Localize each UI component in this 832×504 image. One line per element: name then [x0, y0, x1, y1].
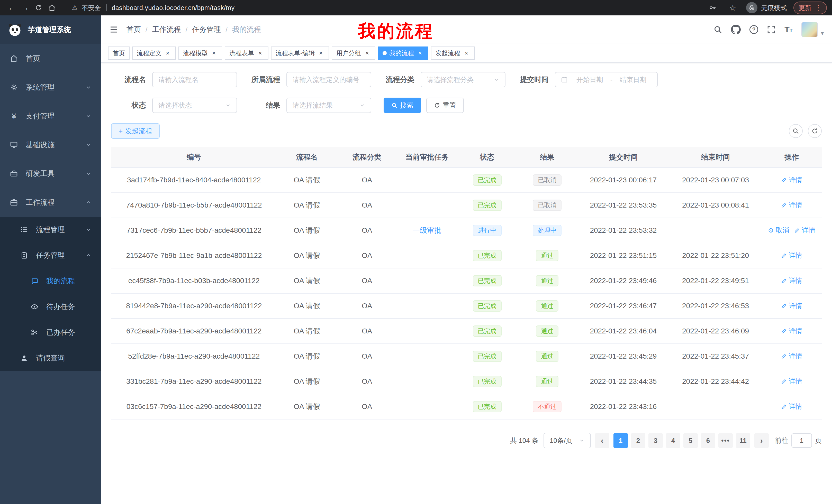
reload-icon[interactable] — [32, 1, 45, 15]
tab-my-process-active[interactable]: 我的流程× — [378, 47, 428, 60]
status-badge: 已完成 — [473, 401, 502, 412]
kebab-menu-icon[interactable]: ⋮ — [815, 4, 822, 11]
start-process-button[interactable]: + 发起流程 — [111, 123, 160, 139]
home-icon[interactable] — [45, 1, 59, 15]
breadcrumb-item[interactable]: 工作流程 — [152, 25, 181, 34]
avatar[interactable] — [801, 22, 818, 37]
ellipsis-icon: ••• — [721, 437, 730, 445]
sidebar-item-devtools[interactable]: 研发工具 — [0, 159, 101, 188]
search-button[interactable]: 搜索 — [384, 97, 421, 113]
detail-link[interactable]: 详情 — [781, 251, 802, 260]
page-button[interactable]: 1 — [614, 433, 628, 448]
sidebar-item-home[interactable]: 首页 — [0, 44, 101, 73]
home-icon — [9, 54, 19, 63]
start-date-placeholder[interactable]: 开始日期 — [571, 75, 608, 84]
process-definition-input[interactable] — [293, 76, 365, 84]
chevron-down-icon — [85, 113, 92, 119]
address-bar[interactable]: ⚠ 不安全 dashboard.yudao.iocoder.cn/bpm/tas… — [72, 4, 234, 12]
sidebar-item-infrastructure[interactable]: 基础设施 — [0, 131, 101, 159]
key-icon[interactable] — [706, 1, 719, 15]
sidebar-item-process-management[interactable]: 流程管理 — [0, 217, 101, 243]
url-text[interactable]: dashboard.yudao.iocoder.cn/bpm/task/my — [112, 4, 235, 11]
close-icon[interactable]: × — [210, 50, 217, 57]
sidebar-item-payment[interactable]: ¥ 支付管理 — [0, 102, 101, 131]
cancel-link[interactable]: 取消 — [768, 226, 789, 235]
search-icon[interactable] — [713, 25, 722, 34]
sidebar-item-leave-query[interactable]: 请假查询 — [0, 345, 101, 371]
detail-link[interactable]: 详情 — [781, 201, 802, 209]
detail-link[interactable]: 详情 — [781, 352, 802, 361]
github-icon[interactable] — [731, 25, 741, 34]
page-button[interactable]: 4 — [666, 433, 680, 448]
detail-link[interactable]: 详情 — [781, 327, 802, 335]
tab-process-model[interactable]: 流程模型× — [178, 47, 222, 60]
link-label: 详情 — [789, 276, 802, 285]
refresh-table-button[interactable] — [808, 124, 822, 138]
close-icon[interactable]: × — [164, 50, 171, 57]
update-label[interactable]: 更新 — [799, 4, 811, 12]
tab-home[interactable]: 首页 — [108, 47, 130, 60]
breadcrumb-item[interactable]: 首页 — [127, 25, 141, 34]
toggle-search-button[interactable] — [789, 124, 803, 138]
jump-page-input[interactable] — [791, 433, 812, 448]
process-name-input[interactable] — [158, 76, 231, 84]
detail-link[interactable]: 详情 — [781, 402, 802, 411]
cell-status: 已完成 — [457, 293, 517, 318]
current-task-link[interactable]: 一级审批 — [413, 226, 441, 235]
category-select[interactable]: 请选择流程分类 — [421, 72, 505, 87]
sidebar-item-todo-tasks[interactable]: 待办任务 — [0, 294, 101, 319]
date-range-picker[interactable]: 开始日期 - 结束日期 — [555, 72, 658, 87]
detail-link[interactable]: 详情 — [781, 276, 802, 285]
page-button[interactable]: 2 — [631, 433, 645, 448]
tab-process-form[interactable]: 流程表单× — [225, 47, 268, 60]
sidebar-item-task-management[interactable]: 任务管理 — [0, 243, 101, 268]
sidebar-item-done-tasks[interactable]: 已办任务 — [0, 319, 101, 345]
tab-start-process[interactable]: 发起流程× — [431, 47, 475, 60]
status-select[interactable]: 请选择状态 — [152, 97, 237, 113]
result-select[interactable]: 请选择流结果 — [286, 97, 371, 113]
tab-process-definition[interactable]: 流程定义× — [132, 47, 176, 60]
more-pages-button[interactable]: ••• — [718, 433, 733, 448]
sidebar-item-workflow[interactable]: 工作流程 — [0, 188, 101, 217]
update-chip[interactable]: 更新 ⋮ — [794, 2, 827, 14]
bookmark-star-icon[interactable]: ☆ — [726, 1, 739, 15]
sidebar-item-my-process[interactable]: 我的流程 — [0, 268, 101, 294]
next-page-button[interactable]: › — [754, 433, 769, 448]
close-icon[interactable]: × — [364, 50, 371, 57]
detail-link[interactable]: 详情 — [794, 226, 815, 235]
font-size-icon[interactable]: TT — [784, 25, 793, 34]
logo-row[interactable]: 芋道管理系统 — [0, 16, 101, 44]
close-icon[interactable]: × — [257, 50, 264, 57]
detail-link[interactable]: 详情 — [781, 377, 802, 386]
page-button[interactable]: 11 — [736, 433, 750, 448]
cell-name: OA 请假 — [277, 268, 337, 293]
fullscreen-icon[interactable] — [767, 25, 776, 34]
page-button[interactable]: 6 — [701, 433, 715, 448]
tab-user-group[interactable]: 用户分组× — [332, 47, 375, 60]
back-icon[interactable]: ← — [5, 1, 19, 15]
reset-button[interactable]: 重置 — [426, 97, 464, 113]
forward-icon[interactable]: → — [19, 1, 32, 15]
user-menu[interactable]: ▾ — [801, 22, 824, 37]
page-button[interactable]: 5 — [683, 433, 698, 448]
prev-page-button[interactable]: ‹ — [595, 433, 609, 448]
cell-result: 处理中 — [517, 218, 577, 243]
hamburger-icon[interactable] — [109, 25, 118, 34]
help-icon[interactable]: ? — [750, 25, 758, 34]
tab-process-form-edit[interactable]: 流程表单-编辑× — [271, 47, 329, 60]
close-icon[interactable]: × — [463, 50, 470, 57]
cell-actions: 详情 — [761, 394, 822, 419]
close-icon[interactable]: × — [317, 50, 324, 57]
pencil-icon — [781, 354, 787, 359]
cell-actions: 详情 — [761, 193, 822, 218]
detail-link[interactable]: 详情 — [781, 175, 802, 185]
page-size-select[interactable]: 10条/页 — [544, 433, 591, 448]
page-button[interactable]: 3 — [648, 433, 663, 448]
breadcrumb-item[interactable]: 任务管理 — [192, 25, 221, 34]
sidebar-item-system[interactable]: 系统管理 — [0, 73, 101, 102]
status-badge: 已完成 — [473, 200, 502, 211]
close-icon[interactable]: × — [417, 50, 424, 57]
link-label: 详情 — [789, 175, 802, 185]
end-date-placeholder[interactable]: 结束日期 — [615, 75, 651, 84]
detail-link[interactable]: 详情 — [781, 301, 802, 310]
